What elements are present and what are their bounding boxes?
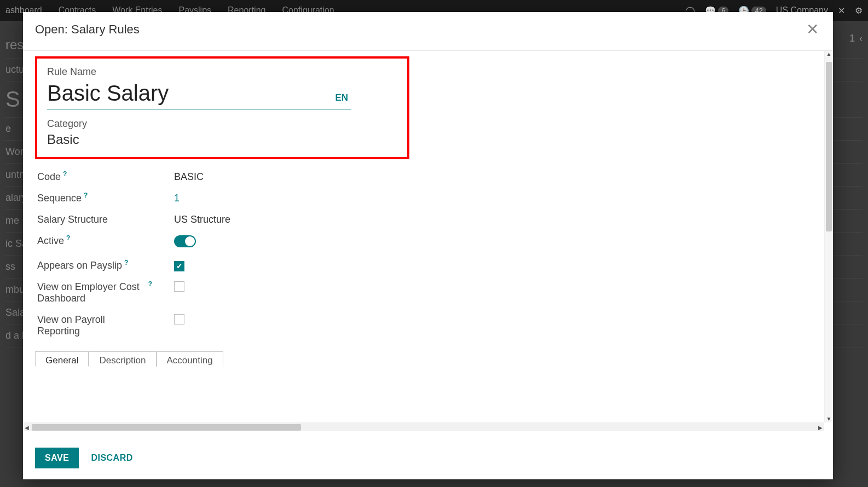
scroll-thumb[interactable] [826, 62, 832, 231]
scroll-down-icon[interactable]: ▼ [825, 416, 833, 422]
modal-title: Open: Salary Rules [35, 22, 140, 37]
salary-rule-modal: Open: Salary Rules ✕ Rule Name EN Catego… [23, 12, 833, 479]
vertical-scrollbar[interactable]: ▲ ▼ [824, 51, 833, 422]
category-value[interactable]: Basic [47, 131, 397, 147]
code-label: Code? [37, 171, 174, 183]
discard-button[interactable]: DISCARD [91, 453, 132, 463]
help-icon[interactable]: ? [66, 234, 70, 242]
horizontal-scrollbar[interactable]: ◀ ▶ [23, 422, 824, 431]
structure-label: Salary Structure [37, 214, 174, 225]
help-icon[interactable]: ? [148, 280, 152, 288]
scroll-thumb-h[interactable] [32, 424, 301, 431]
employer-cost-checkbox[interactable] [174, 281, 184, 292]
appears-on-payslip-checkbox[interactable] [174, 261, 184, 271]
code-value[interactable]: BASIC [174, 171, 810, 183]
sequence-label: Sequence? [37, 193, 174, 204]
detail-tabs: General Description Accounting [35, 351, 812, 367]
appears-on-payslip-label: Appears on Payslip? [37, 260, 174, 271]
scroll-up-icon[interactable]: ▲ [825, 51, 833, 57]
help-icon[interactable]: ? [84, 192, 88, 199]
sequence-value[interactable]: 1 [174, 193, 810, 204]
modal-footer: SAVE DISCARD [23, 439, 833, 479]
tab-description[interactable]: Description [89, 351, 156, 367]
tab-general[interactable]: General [35, 351, 89, 367]
modal-header: Open: Salary Rules ✕ [23, 12, 833, 51]
payroll-reporting-label: View on Payroll Reporting [37, 314, 136, 337]
language-badge[interactable]: EN [335, 92, 351, 109]
close-icon[interactable]: ✕ [804, 20, 821, 39]
modal-body: Rule Name EN Category Basic Code? BASIC … [23, 51, 824, 422]
tab-accounting[interactable]: Accounting [157, 351, 223, 367]
wrench-icon: ✕ [838, 5, 845, 16]
rule-name-input[interactable] [47, 79, 335, 109]
category-label: Category [47, 118, 397, 130]
scroll-left-icon[interactable]: ◀ [23, 423, 31, 432]
active-toggle[interactable] [174, 235, 196, 247]
save-button[interactable]: SAVE [35, 448, 79, 468]
scroll-right-icon[interactable]: ▶ [817, 423, 824, 432]
active-label: Active? [37, 235, 174, 247]
bg-pager: 1‹ [849, 33, 863, 44]
employer-cost-label: View on Employer Cost Dashboard? [37, 281, 152, 304]
bug-icon: ⚙ [855, 5, 863, 16]
help-icon[interactable]: ? [63, 170, 67, 178]
help-icon[interactable]: ? [124, 259, 128, 266]
highlight-annotation: Rule Name EN Category Basic [35, 56, 409, 159]
rule-name-label: Rule Name [47, 66, 397, 78]
structure-value[interactable]: US Structure [174, 214, 810, 225]
payroll-reporting-checkbox[interactable] [174, 314, 184, 324]
